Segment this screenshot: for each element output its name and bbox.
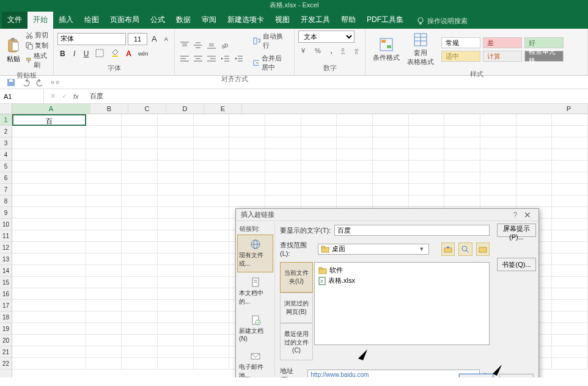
dialog-close-button[interactable]: ✕ [521,210,534,220]
cell[interactable] [158,288,194,300]
cell[interactable] [444,114,480,126]
cell[interactable] [444,172,480,184]
cell[interactable] [122,161,158,172]
cell[interactable] [86,346,122,358]
row-header-19[interactable]: 19 [0,323,12,335]
cell[interactable] [337,126,373,137]
row-header-22[interactable]: 22 [0,358,12,370]
cell[interactable] [194,137,230,149]
cell[interactable] [265,114,301,126]
tab-file[interactable]: 文件 [2,12,28,29]
cell[interactable] [122,335,158,346]
align-top-button[interactable] [178,40,191,51]
col-header-P[interactable]: P [550,104,588,114]
style-calc[interactable]: 计算 [483,51,522,62]
cell[interactable] [265,161,301,172]
row-header-11[interactable]: 11 [0,230,12,242]
cell[interactable] [158,323,194,335]
fill-color-button[interactable] [108,48,122,60]
cell[interactable] [86,172,122,184]
number-format-select[interactable]: 文本 [298,31,355,43]
row-header-16[interactable]: 16 [0,288,12,300]
cell[interactable] [194,219,230,230]
cell-A18[interactable] [12,311,86,323]
address-input[interactable] [307,370,480,378]
border-button[interactable] [93,48,106,60]
font-color-button[interactable]: A [123,48,134,59]
cell[interactable] [552,184,588,195]
conditional-format-button[interactable]: 条件格式 [369,35,403,64]
cell[interactable] [158,114,194,126]
cell[interactable] [516,149,553,161]
cell[interactable] [516,195,553,207]
row-header-17[interactable]: 17 [0,300,12,311]
undo-button[interactable] [21,78,31,87]
cell-A10[interactable] [12,219,86,230]
row-header-10[interactable]: 10 [0,219,12,230]
cell[interactable] [480,184,516,195]
tab-formulas[interactable]: 公式 [145,12,171,29]
tab-layout[interactable]: 页面布局 [105,12,145,29]
cell-A13[interactable] [12,253,86,265]
row-header-13[interactable]: 13 [0,253,12,265]
cell[interactable] [194,311,230,323]
dialog-title-bar[interactable]: 插入超链接 ? ✕ [236,209,538,221]
file-item-xlsx[interactable]: X 表格.xlsx [317,275,487,286]
cell[interactable] [516,114,553,126]
cell-A9[interactable] [12,207,86,219]
decrease-font-button[interactable]: A [161,35,171,43]
row-header-3[interactable]: 3 [0,137,12,149]
cut-button[interactable]: 剪切 [26,31,50,40]
cell[interactable] [552,253,588,265]
cell[interactable] [158,335,194,346]
cell[interactable] [516,137,553,149]
cell[interactable] [480,137,516,149]
phonetic-button[interactable]: wén [136,49,151,58]
cell-A1[interactable]: 百 [12,114,86,126]
align-center-button[interactable] [192,53,204,64]
cell[interactable] [194,242,230,253]
cell[interactable] [229,114,265,126]
cell[interactable] [122,311,158,323]
row-header-2[interactable]: 2 [0,126,12,137]
cell[interactable] [122,277,158,288]
cell[interactable] [86,114,122,126]
tell-me-search[interactable]: 操作说明搜索 [412,13,472,29]
indent-inc-button[interactable] [232,53,244,64]
cell[interactable] [194,358,230,370]
cell[interactable] [158,149,194,161]
cell[interactable] [86,137,122,149]
cell[interactable] [444,161,480,172]
cell-A11[interactable] [12,230,86,242]
cell[interactable] [229,172,265,184]
cell[interactable] [86,277,122,288]
cell[interactable] [552,277,588,288]
cell[interactable] [122,195,158,207]
browse-web-button[interactable] [458,242,472,256]
cell-A6[interactable] [12,172,86,184]
row-header-9[interactable]: 9 [0,207,12,219]
cell[interactable] [122,137,158,149]
bold-button[interactable]: B [57,48,68,59]
dialog-help-button[interactable]: ? [509,211,521,219]
cell[interactable] [409,114,445,126]
save-button[interactable] [6,78,16,87]
cell[interactable] [409,126,445,137]
cell[interactable] [480,114,516,126]
cell[interactable] [86,149,122,161]
cell[interactable] [409,161,445,172]
cell[interactable] [194,277,230,288]
cell[interactable] [86,335,122,346]
row-header-15[interactable]: 15 [0,277,12,288]
cell[interactable] [194,161,230,172]
cell-A20[interactable] [12,335,86,346]
cell[interactable] [265,172,301,184]
cell[interactable] [122,358,158,370]
cell[interactable] [265,137,301,149]
wrap-text-button[interactable]: 自动换行 [249,31,290,51]
cell[interactable] [444,195,480,207]
cell[interactable] [552,126,588,137]
cell[interactable] [337,114,373,126]
browse-file-button[interactable] [476,242,490,256]
tab-review[interactable]: 审阅 [196,12,222,29]
